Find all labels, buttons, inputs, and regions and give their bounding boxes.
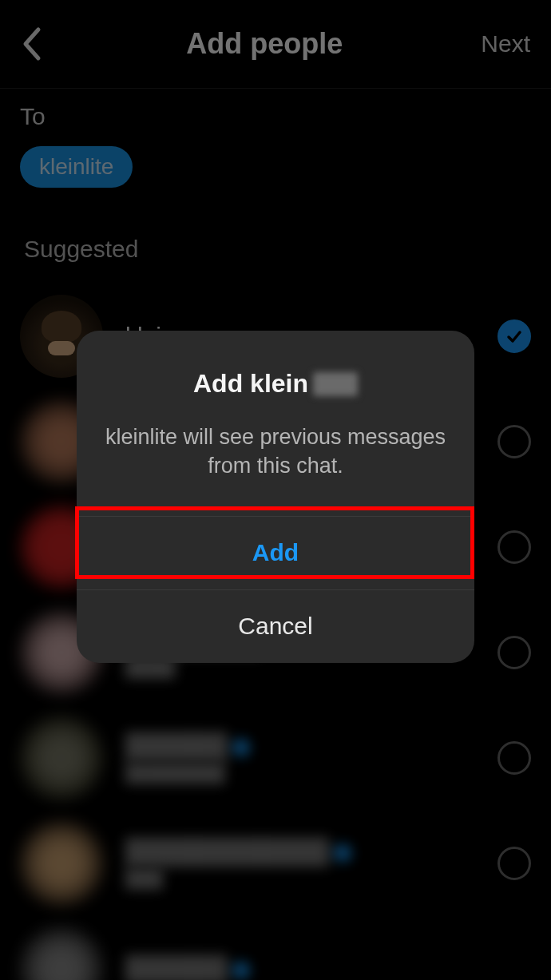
cancel-button[interactable]: Cancel — [77, 589, 474, 663]
modal-body: kleinlite will see previous messages fro… — [77, 423, 474, 516]
add-button[interactable]: Add — [77, 516, 474, 589]
modal-title-text: Add klein — [193, 369, 308, 399]
modal-title: Add klein — [101, 369, 450, 399]
confirm-modal: Add klein kleinlite will see previous me… — [77, 331, 474, 663]
redacted-text — [313, 372, 358, 396]
modal-header: Add klein — [77, 331, 474, 423]
